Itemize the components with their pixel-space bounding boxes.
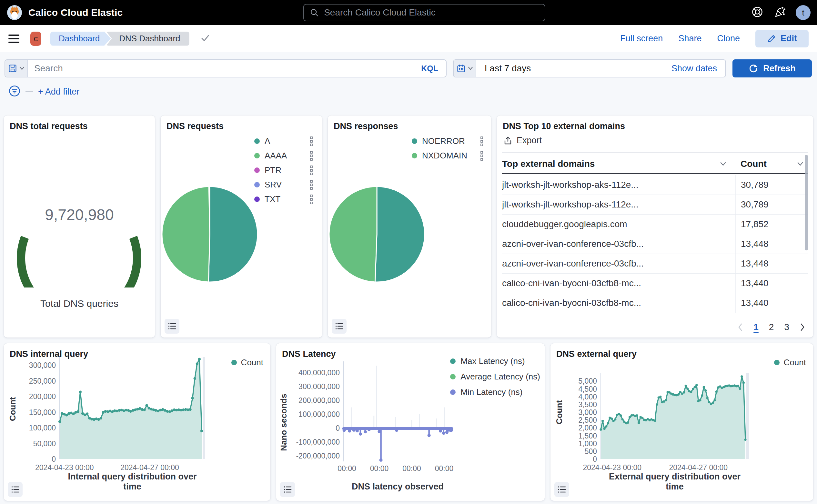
panel-legend-toggle[interactable] [280,482,295,497]
legend-actions-icon[interactable] [310,166,313,175]
table-scrollbar[interactable] [805,155,808,250]
svg-text:2,500: 2,500 [578,416,597,424]
table-row[interactable]: azcni-over-ivan-conference-03cfb...13,44… [502,254,808,274]
list-icon [335,322,343,330]
edit-button[interactable]: Edit [755,30,809,47]
page-2[interactable]: 2 [769,322,774,332]
full-screen-button[interactable]: Full screen [620,34,663,44]
legend-item[interactable]: TXT [254,194,313,204]
table-row[interactable]: calico-cni-ivan-byocni-03cfb8-mc...13,44… [502,274,808,293]
legend-label: Count [784,358,806,368]
legend-item[interactable]: NXDOMAIN [412,151,483,161]
saved-query-menu[interactable] [5,60,28,77]
panel-legend-toggle[interactable] [8,482,23,497]
export-button[interactable]: Export [503,136,542,146]
breadcrumb-dashboard[interactable]: Dashboard [50,32,111,46]
y-axis-title: Count [554,400,564,424]
x-axis-title: External query distribution over time [601,472,749,492]
show-dates-button[interactable]: Show dates [663,60,725,77]
page-3[interactable]: 3 [784,322,789,332]
clone-button[interactable]: Clone [717,34,740,44]
legend-actions-icon[interactable] [480,136,483,146]
table-row[interactable]: jlt-worksh-jlt-workshop-aks-112e...30,78… [502,175,808,195]
search-input[interactable] [34,63,407,74]
share-button[interactable]: Share [678,34,701,44]
whats-new-icon[interactable] [773,5,786,20]
svg-text:2024-04-23 00:00: 2024-04-23 00:00 [35,463,94,472]
panel-dns-internal-query[interactable]: DNS internal query 050,000100,000150,000… [4,343,270,501]
legend-item[interactable]: Average Latency (ns) [450,372,540,382]
panel-dns-top-external-domains[interactable]: DNS Top 10 external domains Export Top e… [497,116,813,338]
svg-text:100,000,000: 100,000,000 [298,410,340,418]
legend: A AAAA PTR SRV TXT [254,136,313,204]
export-icon [503,136,512,145]
count-cell: 30,789 [735,195,808,214]
column-header-count[interactable]: Count [735,159,808,169]
time-range-value[interactable]: Last 7 days [476,60,663,77]
breadcrumb-dns-dashboard[interactable]: DNS Dashboard [106,32,189,46]
panel-title: DNS Top 10 external domains [503,121,625,131]
panel-legend-toggle[interactable] [165,319,179,334]
panel-dns-latency[interactable]: DNS Latency 400,000,000300,000,000200,00… [276,343,545,501]
divider [502,152,808,153]
next-page-icon[interactable] [800,323,805,331]
filter-icon[interactable] [8,85,21,98]
panel-title: DNS responses [334,121,398,131]
svg-text:00:00: 00:00 [435,464,454,473]
legend-item[interactable]: Count [774,358,806,368]
legend-item[interactable]: A [254,136,313,146]
refresh-button[interactable]: Refresh [732,59,812,77]
add-filter-button[interactable]: + Add filter [38,87,79,97]
menu-icon[interactable] [8,35,19,43]
table-row[interactable]: calico-cni-ivan-byocni-03cfb8-mc...13,44… [502,293,808,313]
panel-dns-requests[interactable]: DNS requests A AAAA PTR SRV TXT [161,116,322,338]
legend-item[interactable]: Count [231,358,263,368]
panel-dns-external-query[interactable]: DNS external query 05001,0001,5002,0002,… [550,343,813,501]
svg-text:1,000: 1,000 [578,439,597,448]
panel-legend-toggle[interactable] [554,482,569,497]
svg-text:-200,000,000: -200,000,000 [296,452,340,460]
panel-legend-toggle[interactable] [332,319,347,334]
legend-actions-icon[interactable] [310,180,313,190]
panel-dns-total-requests[interactable]: DNS total requests 9,720,980 Total DNS q… [4,116,155,338]
legend-label: SRV [265,180,305,190]
table-row[interactable]: clouddebugger.googleapis.com17,852 [502,215,808,234]
legend-item[interactable]: AAAA [254,151,313,161]
pencil-icon [767,34,776,43]
legend-item[interactable]: SRV [254,180,313,190]
legend-actions-icon[interactable] [310,136,313,146]
legend-item[interactable]: Min Latency (ns) [450,387,540,397]
user-avatar[interactable]: t [796,5,811,20]
global-search[interactable] [303,4,545,21]
legend-item[interactable]: PTR [254,165,313,175]
domain-cell: jlt-worksh-jlt-workshop-aks-112e... [502,199,735,210]
legend: NOERROR NXDOMAIN [412,136,483,161]
refresh-button-label: Refresh [763,64,796,74]
global-search-input[interactable] [324,7,539,18]
legend-label: Count [241,358,263,368]
count-cell: 30,789 [735,175,808,195]
kql-language-button[interactable]: KQL [413,60,446,77]
previous-page-icon[interactable] [737,323,743,331]
saved-check-icon[interactable] [200,33,210,44]
panel-dns-responses[interactable]: DNS responses NOERROR NXDOMAIN [328,116,491,338]
help-icon[interactable] [751,6,763,19]
calico-logo[interactable] [6,5,23,21]
legend-actions-icon[interactable] [480,151,483,161]
svg-text:2024-04-23 00:00: 2024-04-23 00:00 [583,463,641,472]
legend-actions-icon[interactable] [310,151,313,161]
legend-item[interactable]: Max Latency (ns) [450,356,540,366]
table-row[interactable]: azcni-over-ivan-conference-03cfb...13,44… [502,234,808,254]
page-1[interactable]: 1 [753,322,759,332]
table-row[interactable]: jlt-worksh-jlt-workshop-aks-112e...30,78… [502,195,808,215]
legend-color-dot [254,153,260,158]
list-icon [168,322,176,330]
legend-actions-icon[interactable] [310,195,313,204]
column-header-domains[interactable]: Top external domains [502,159,735,169]
y-axis-title: Count [8,397,18,421]
edit-button-label: Edit [781,34,797,44]
legend-item[interactable]: NOERROR [412,136,483,146]
space-badge[interactable]: c [30,32,41,46]
top-header: Calico Cloud Elastic t [0,0,817,25]
date-picker-menu[interactable] [454,60,476,77]
